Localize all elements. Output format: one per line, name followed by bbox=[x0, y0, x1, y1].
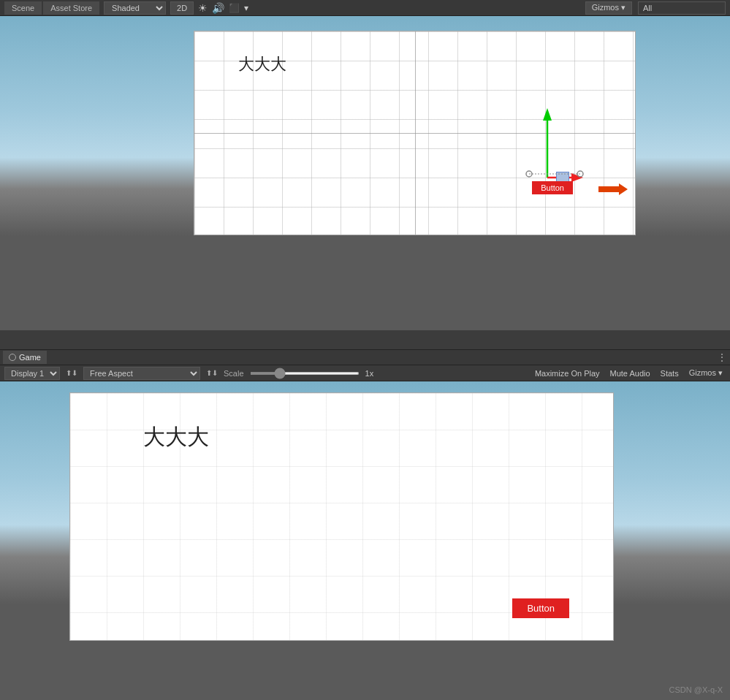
watermark: CSDN @X-q-X bbox=[669, 685, 723, 694]
mute-audio-button[interactable]: Mute Audio bbox=[607, 368, 653, 378]
aspect-arrow-icon: ⬆⬇ bbox=[206, 369, 218, 377]
game-toolbar-right: ⋮ bbox=[717, 351, 727, 363]
svg-marker-1 bbox=[543, 108, 552, 121]
aspect-select[interactable]: Free Aspect bbox=[83, 367, 200, 380]
maximize-on-play-button[interactable]: Maximize On Play bbox=[532, 368, 603, 378]
game-view: 大大大 Button bbox=[0, 381, 730, 700]
scene-tabs: Scene Asset Store bbox=[4, 1, 99, 15]
svg-marker-7 bbox=[598, 183, 628, 195]
game-gizmos-button[interactable]: Gizmos ▾ bbox=[686, 368, 726, 378]
asset-store-tab[interactable]: Asset Store bbox=[43, 1, 99, 15]
audio-icon: 🔊 bbox=[212, 2, 224, 14]
gizmos-button[interactable]: Gizmos ▾ bbox=[585, 1, 632, 15]
display-select[interactable]: Display 1 bbox=[4, 367, 60, 380]
game-gizmos-dropdown-icon: ▾ bbox=[718, 368, 723, 377]
game-sub-toolbar: Display 1 ⬆⬇ Free Aspect ⬆⬇ Scale 1x Max… bbox=[0, 365, 730, 381]
game-gizmos-label: Gizmos bbox=[689, 368, 716, 377]
gizmos-label: Gizmos bbox=[592, 3, 619, 12]
game-tab-icon bbox=[9, 354, 16, 361]
stats-button[interactable]: Stats bbox=[658, 368, 682, 378]
scale-label: Scale bbox=[224, 369, 244, 378]
game-toolbar: Game ⋮ bbox=[0, 349, 730, 365]
more-icon: ▾ bbox=[244, 3, 248, 13]
scale-slider[interactable] bbox=[250, 372, 360, 375]
scene-view: 大大大 Button bbox=[0, 16, 730, 330]
sun-icon: ☀ bbox=[198, 2, 208, 14]
display-arrow-icon: ⬆⬇ bbox=[66, 369, 77, 377]
scene-text-label: 大大大 bbox=[238, 53, 286, 75]
game-text-label: 大大大 bbox=[143, 422, 209, 452]
shaded-dropdown[interactable]: Shaded Wireframe bbox=[104, 1, 166, 15]
scene-arrow-icon bbox=[598, 180, 628, 198]
fx-icon: ⬛ bbox=[229, 3, 240, 13]
game-tab[interactable]: Game bbox=[3, 351, 47, 364]
game-button-element[interactable]: Button bbox=[512, 598, 569, 618]
game-tab-label: Game bbox=[19, 353, 41, 362]
scene-canvas: 大大大 Button bbox=[194, 31, 636, 235]
scene-tab[interactable]: Scene bbox=[4, 1, 42, 15]
scene-button-element[interactable]: Button bbox=[532, 181, 573, 194]
scene-toolbar: Scene Asset Store Shaded Wireframe 2D ☀ … bbox=[0, 0, 730, 16]
gizmos-dropdown-icon: ▾ bbox=[621, 3, 626, 12]
2d-button[interactable]: 2D bbox=[170, 1, 194, 15]
game-panel: Game ⋮ Display 1 ⬆⬇ Free Aspect ⬆⬇ Scale… bbox=[0, 349, 730, 700]
game-canvas: 大大大 Button bbox=[69, 392, 614, 641]
game-menu-icon[interactable]: ⋮ bbox=[717, 351, 727, 363]
toolbar-right: Gizmos ▾ bbox=[585, 1, 726, 15]
scale-value: 1x bbox=[365, 369, 380, 378]
game-controls: Maximize On Play Mute Audio Stats Gizmos… bbox=[532, 368, 726, 378]
scene-search-input[interactable] bbox=[638, 1, 726, 15]
